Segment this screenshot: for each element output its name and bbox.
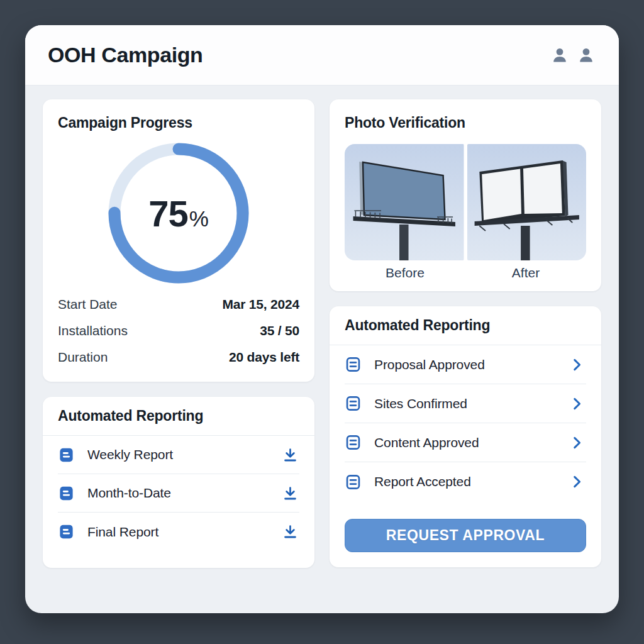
stat-value: 20 days left: [229, 350, 299, 365]
stat-row-installations: Installations 35 / 50: [58, 321, 299, 340]
chevron-right-icon: [567, 433, 586, 452]
document-outline-icon: [345, 356, 362, 373]
chevron-right-icon: [567, 355, 586, 374]
report-label: Final Report: [87, 525, 268, 540]
stat-value: 35 / 50: [260, 323, 299, 338]
progress-percent-number: 75: [148, 192, 188, 235]
page-title: OOH Campaign: [48, 43, 203, 67]
document-icon: [58, 485, 75, 502]
after-photo[interactable]: [467, 144, 587, 260]
photo-verification-card: Photo Verification: [330, 99, 601, 291]
report-row-weekly: Weekly Report: [58, 436, 299, 474]
approval-row-report[interactable]: Report Accepted: [345, 462, 586, 501]
photo-verification-title: Photo Verification: [345, 114, 586, 131]
approval-row-sites[interactable]: Sites Confirmed: [345, 384, 586, 423]
approval-label: Proposal Approved: [374, 357, 555, 372]
report-list: Weekly Report: [43, 436, 314, 551]
stat-label: Duration: [58, 350, 108, 365]
automated-reporting-title: Automated Reporting: [58, 408, 203, 425]
billboard-after-illustration: [467, 144, 587, 260]
automated-reporting-card: Automated Reporting Weekly Report: [43, 397, 314, 568]
download-icon: [282, 447, 299, 464]
stat-row-duration: Duration 20 days left: [58, 347, 299, 367]
approval-label: Report Accepted: [374, 474, 555, 489]
stat-value: Mar 15, 2024: [222, 297, 299, 312]
user-icon[interactable]: [577, 47, 595, 64]
approvals-title: Automated Reporting: [345, 317, 490, 334]
before-photo[interactable]: [345, 144, 464, 260]
download-button[interactable]: [280, 445, 299, 464]
photo-pair: [330, 131, 601, 260]
approval-row-proposal[interactable]: Proposal Approved: [345, 345, 586, 384]
approvals-card: Automated Reporting Proposal Approved: [330, 306, 601, 567]
request-approval-button[interactable]: REQUEST APPROVAL: [345, 519, 586, 552]
approval-label: Sites Confirmed: [374, 396, 555, 411]
progress-percent-sign: %: [189, 206, 209, 231]
report-row-mtd: Month-to-Date: [58, 474, 299, 513]
before-label: Before: [345, 265, 465, 280]
after-label: After: [465, 265, 586, 280]
app-header: OOH Campaign: [25, 25, 619, 86]
chevron-right-icon: [567, 394, 586, 413]
document-outline-icon: [345, 474, 362, 491]
stat-label: Installations: [58, 323, 128, 338]
app-window: OOH Campaign Campaign Progress: [25, 25, 619, 613]
report-label: Month-to-Date: [87, 486, 268, 501]
document-icon: [58, 447, 75, 464]
progress-ring: 75 %: [108, 143, 249, 284]
progress-percent: 75 %: [148, 192, 209, 235]
document-outline-icon: [345, 434, 362, 451]
approval-list: Proposal Approved Sites Confirmed: [330, 345, 601, 501]
download-button[interactable]: [280, 523, 299, 541]
stat-label: Start Date: [58, 297, 118, 312]
chevron-right-icon: [567, 472, 586, 491]
campaign-stats: Start Date Mar 15, 2024 Installations 35…: [43, 294, 314, 382]
stat-row-start-date: Start Date Mar 15, 2024: [58, 294, 299, 314]
campaign-progress-card: Campaign Progress 75 %: [43, 99, 314, 382]
campaign-progress-title: Campaign Progress: [58, 114, 299, 131]
report-row-final: Final Report: [58, 513, 299, 551]
approval-row-content[interactable]: Content Approved: [345, 423, 586, 462]
user-icon[interactable]: [551, 47, 569, 64]
billboard-before-illustration: [345, 144, 464, 260]
download-icon: [282, 485, 299, 502]
report-label: Weekly Report: [87, 447, 268, 462]
approval-label: Content Approved: [374, 435, 555, 450]
download-icon: [282, 523, 299, 540]
download-button[interactable]: [280, 484, 299, 502]
document-icon: [58, 523, 75, 540]
header-user-group: [551, 47, 595, 64]
document-outline-icon: [345, 395, 362, 412]
